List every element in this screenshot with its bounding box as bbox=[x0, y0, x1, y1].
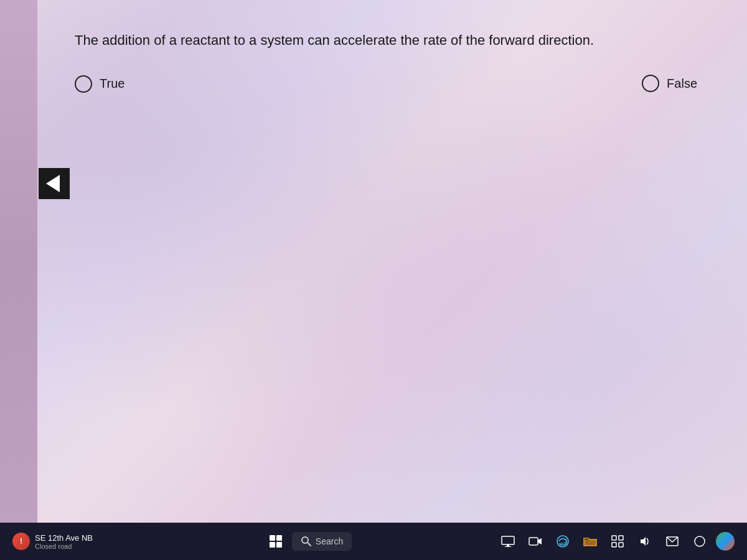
nav-location-icon: ! bbox=[12, 533, 30, 550]
sound-button[interactable] bbox=[634, 530, 656, 553]
svg-marker-6 bbox=[538, 538, 542, 544]
apps-grid-icon bbox=[611, 535, 624, 548]
nav-location-status: Closed road bbox=[35, 543, 93, 550]
question-text: The addition of a reactant to a system c… bbox=[75, 31, 722, 50]
option-false[interactable]: False bbox=[642, 75, 697, 92]
search-button[interactable]: Search bbox=[292, 532, 352, 551]
folder-icon bbox=[583, 536, 597, 547]
radio-true[interactable] bbox=[75, 75, 92, 93]
back-arrow-icon bbox=[46, 175, 60, 192]
radio-false[interactable] bbox=[642, 75, 659, 92]
svg-line-1 bbox=[308, 543, 311, 546]
left-sidebar bbox=[0, 0, 37, 523]
option-true[interactable]: True bbox=[75, 75, 125, 93]
nav-location-name: SE 12th Ave NB bbox=[35, 533, 93, 543]
taskbar: ! SE 12th Ave NB Closed road Sea bbox=[0, 523, 747, 560]
nav-text-container: SE 12th Ave NB Closed road bbox=[35, 533, 93, 550]
nav-notification: ! SE 12th Ave NB Closed road bbox=[6, 530, 118, 553]
back-button[interactable] bbox=[39, 168, 70, 199]
svg-point-14 bbox=[695, 536, 705, 546]
search-label: Search bbox=[316, 536, 343, 546]
settings-button[interactable] bbox=[716, 532, 735, 551]
edge-button[interactable] bbox=[552, 530, 574, 553]
svg-rect-11 bbox=[612, 543, 616, 547]
option-false-label: False bbox=[667, 77, 697, 91]
svg-rect-3 bbox=[507, 544, 509, 546]
sound-icon bbox=[639, 536, 651, 547]
email-button[interactable] bbox=[661, 530, 684, 553]
svg-rect-12 bbox=[619, 543, 623, 547]
svg-rect-10 bbox=[619, 536, 623, 540]
show-desktop-button[interactable] bbox=[497, 530, 519, 553]
apps-grid-button[interactable] bbox=[606, 530, 629, 553]
desktop-icon bbox=[501, 536, 515, 547]
svg-rect-9 bbox=[612, 536, 616, 540]
option-true-label: True bbox=[100, 77, 125, 91]
camera-icon bbox=[529, 536, 542, 547]
svg-rect-4 bbox=[505, 546, 511, 547]
camera-button[interactable] bbox=[524, 530, 547, 553]
quiz-area: The addition of a reactant to a system c… bbox=[0, 0, 747, 523]
search-icon bbox=[301, 536, 312, 547]
taskbar-right bbox=[497, 530, 741, 553]
taskbar-center: Search bbox=[118, 529, 497, 554]
edge-icon bbox=[556, 534, 570, 548]
circle-button[interactable] bbox=[688, 530, 711, 553]
circle-icon bbox=[693, 535, 706, 548]
svg-rect-5 bbox=[529, 538, 538, 545]
question-container: The addition of a reactant to a system c… bbox=[75, 31, 722, 93]
file-explorer-button[interactable] bbox=[579, 530, 601, 553]
windows-logo-icon bbox=[270, 535, 282, 548]
svg-rect-8 bbox=[584, 539, 596, 546]
svg-rect-2 bbox=[502, 536, 514, 544]
email-icon bbox=[666, 536, 679, 546]
start-button[interactable] bbox=[263, 529, 288, 554]
